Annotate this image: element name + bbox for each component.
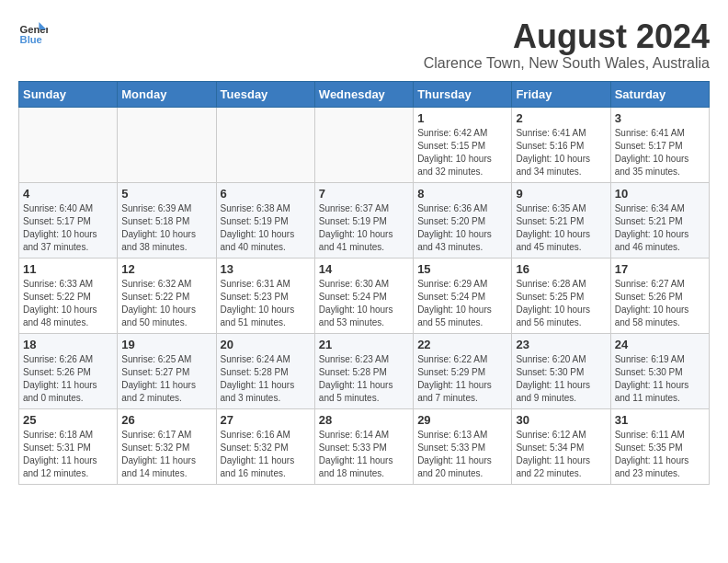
calendar-week-row: 4Sunrise: 6:40 AM Sunset: 5:17 PM Daylig… — [19, 182, 710, 258]
table-row: 24Sunrise: 6:19 AM Sunset: 5:30 PM Dayli… — [610, 333, 709, 408]
day-info: Sunrise: 6:36 AM Sunset: 5:20 PM Dayligh… — [417, 202, 507, 254]
day-info: Sunrise: 6:40 AM Sunset: 5:17 PM Dayligh… — [23, 202, 113, 254]
table-row: 2Sunrise: 6:41 AM Sunset: 5:16 PM Daylig… — [512, 107, 610, 182]
calendar-week-row: 18Sunrise: 6:26 AM Sunset: 5:26 PM Dayli… — [19, 333, 710, 408]
table-row: 5Sunrise: 6:39 AM Sunset: 5:18 PM Daylig… — [118, 182, 216, 258]
table-row: 25Sunrise: 6:18 AM Sunset: 5:31 PM Dayli… — [19, 408, 118, 484]
day-info: Sunrise: 6:11 AM Sunset: 5:35 PM Dayligh… — [615, 429, 705, 480]
calendar-week-row: 1Sunrise: 6:42 AM Sunset: 5:15 PM Daylig… — [19, 107, 710, 182]
day-number: 31 — [615, 413, 705, 427]
day-info: Sunrise: 6:38 AM Sunset: 5:19 PM Dayligh… — [221, 202, 311, 254]
table-row: 21Sunrise: 6:23 AM Sunset: 5:28 PM Dayli… — [314, 333, 413, 408]
day-number: 25 — [23, 413, 113, 427]
header-monday: Monday — [118, 81, 216, 107]
table-row: 12Sunrise: 6:32 AM Sunset: 5:22 PM Dayli… — [118, 258, 216, 333]
header-friday: Friday — [512, 81, 610, 107]
day-number: 6 — [221, 187, 311, 201]
header-thursday: Thursday — [414, 81, 512, 107]
day-number: 23 — [516, 338, 606, 351]
table-row: 29Sunrise: 6:13 AM Sunset: 5:33 PM Dayli… — [414, 408, 512, 484]
day-number: 13 — [221, 262, 311, 276]
logo-icon: General Blue — [18, 18, 48, 48]
table-row: 28Sunrise: 6:14 AM Sunset: 5:33 PM Dayli… — [314, 408, 413, 484]
table-row: 3Sunrise: 6:41 AM Sunset: 5:17 PM Daylig… — [610, 107, 709, 182]
table-row: 23Sunrise: 6:20 AM Sunset: 5:30 PM Dayli… — [512, 333, 610, 408]
day-number: 22 — [417, 338, 507, 351]
day-info: Sunrise: 6:32 AM Sunset: 5:22 PM Dayligh… — [121, 278, 211, 329]
table-row: 7Sunrise: 6:37 AM Sunset: 5:19 PM Daylig… — [314, 182, 413, 258]
table-row — [19, 107, 118, 182]
day-info: Sunrise: 6:31 AM Sunset: 5:23 PM Dayligh… — [221, 278, 311, 329]
table-row: 27Sunrise: 6:16 AM Sunset: 5:32 PM Dayli… — [216, 408, 314, 484]
day-info: Sunrise: 6:14 AM Sunset: 5:33 PM Dayligh… — [319, 429, 409, 480]
table-row: 19Sunrise: 6:25 AM Sunset: 5:27 PM Dayli… — [118, 333, 216, 408]
day-number: 21 — [319, 338, 409, 351]
day-number: 2 — [516, 111, 606, 125]
table-row: 13Sunrise: 6:31 AM Sunset: 5:23 PM Dayli… — [216, 258, 314, 333]
day-info: Sunrise: 6:28 AM Sunset: 5:25 PM Dayligh… — [516, 278, 606, 329]
table-row: 9Sunrise: 6:35 AM Sunset: 5:21 PM Daylig… — [512, 182, 610, 258]
calendar-table: Sunday Monday Tuesday Wednesday Thursday… — [18, 81, 710, 485]
day-number: 15 — [417, 262, 507, 276]
table-row: 1Sunrise: 6:42 AM Sunset: 5:15 PM Daylig… — [414, 107, 512, 182]
day-number: 11 — [23, 262, 113, 276]
day-info: Sunrise: 6:34 AM Sunset: 5:21 PM Dayligh… — [615, 202, 705, 254]
calendar-title: August 2024 — [424, 18, 710, 55]
day-number: 27 — [221, 413, 311, 427]
day-number: 18 — [23, 338, 113, 351]
day-info: Sunrise: 6:19 AM Sunset: 5:30 PM Dayligh… — [615, 353, 705, 405]
day-number: 16 — [516, 262, 606, 276]
day-info: Sunrise: 6:33 AM Sunset: 5:22 PM Dayligh… — [23, 278, 113, 329]
day-number: 30 — [516, 413, 606, 427]
table-row: 10Sunrise: 6:34 AM Sunset: 5:21 PM Dayli… — [610, 182, 709, 258]
day-info: Sunrise: 6:42 AM Sunset: 5:15 PM Dayligh… — [417, 127, 507, 178]
page-header: General Blue August 2024 Clarence Town, … — [18, 18, 710, 72]
day-info: Sunrise: 6:29 AM Sunset: 5:24 PM Dayligh… — [417, 278, 507, 329]
header-tuesday: Tuesday — [216, 81, 314, 107]
day-number: 3 — [615, 111, 705, 125]
table-row: 4Sunrise: 6:40 AM Sunset: 5:17 PM Daylig… — [19, 182, 118, 258]
day-number: 14 — [319, 262, 409, 276]
day-number: 28 — [319, 413, 409, 427]
title-section: August 2024 Clarence Town, New South Wal… — [424, 18, 710, 72]
table-row — [118, 107, 216, 182]
table-row: 30Sunrise: 6:12 AM Sunset: 5:34 PM Dayli… — [512, 408, 610, 484]
table-row: 14Sunrise: 6:30 AM Sunset: 5:24 PM Dayli… — [314, 258, 413, 333]
table-row: 20Sunrise: 6:24 AM Sunset: 5:28 PM Dayli… — [216, 333, 314, 408]
day-number: 8 — [417, 187, 507, 201]
day-info: Sunrise: 6:37 AM Sunset: 5:19 PM Dayligh… — [319, 202, 409, 254]
day-info: Sunrise: 6:25 AM Sunset: 5:27 PM Dayligh… — [121, 353, 211, 405]
table-row: 6Sunrise: 6:38 AM Sunset: 5:19 PM Daylig… — [216, 182, 314, 258]
calendar-header-row: Sunday Monday Tuesday Wednesday Thursday… — [19, 81, 710, 107]
day-info: Sunrise: 6:20 AM Sunset: 5:30 PM Dayligh… — [516, 353, 606, 405]
day-number: 12 — [121, 262, 211, 276]
logo: General Blue — [18, 18, 48, 48]
table-row: 22Sunrise: 6:22 AM Sunset: 5:29 PM Dayli… — [414, 333, 512, 408]
day-info: Sunrise: 6:41 AM Sunset: 5:16 PM Dayligh… — [516, 127, 606, 178]
day-info: Sunrise: 6:17 AM Sunset: 5:32 PM Dayligh… — [121, 429, 211, 480]
day-number: 26 — [121, 413, 211, 427]
day-info: Sunrise: 6:22 AM Sunset: 5:29 PM Dayligh… — [417, 353, 507, 405]
day-number: 10 — [615, 187, 705, 201]
header-wednesday: Wednesday — [314, 81, 413, 107]
day-number: 9 — [516, 187, 606, 201]
day-info: Sunrise: 6:13 AM Sunset: 5:33 PM Dayligh… — [417, 429, 507, 480]
day-info: Sunrise: 6:23 AM Sunset: 5:28 PM Dayligh… — [319, 353, 409, 405]
day-info: Sunrise: 6:18 AM Sunset: 5:31 PM Dayligh… — [23, 429, 113, 480]
table-row: 18Sunrise: 6:26 AM Sunset: 5:26 PM Dayli… — [19, 333, 118, 408]
day-number: 19 — [121, 338, 211, 351]
day-info: Sunrise: 6:41 AM Sunset: 5:17 PM Dayligh… — [615, 127, 705, 178]
day-number: 20 — [221, 338, 311, 351]
day-number: 5 — [121, 187, 211, 201]
day-number: 1 — [417, 111, 507, 125]
table-row: 11Sunrise: 6:33 AM Sunset: 5:22 PM Dayli… — [19, 258, 118, 333]
day-info: Sunrise: 6:35 AM Sunset: 5:21 PM Dayligh… — [516, 202, 606, 254]
table-row — [314, 107, 413, 182]
header-saturday: Saturday — [610, 81, 709, 107]
table-row: 15Sunrise: 6:29 AM Sunset: 5:24 PM Dayli… — [414, 258, 512, 333]
day-number: 29 — [417, 413, 507, 427]
day-number: 4 — [23, 187, 113, 201]
table-row: 17Sunrise: 6:27 AM Sunset: 5:26 PM Dayli… — [610, 258, 709, 333]
day-info: Sunrise: 6:16 AM Sunset: 5:32 PM Dayligh… — [221, 429, 311, 480]
table-row: 16Sunrise: 6:28 AM Sunset: 5:25 PM Dayli… — [512, 258, 610, 333]
